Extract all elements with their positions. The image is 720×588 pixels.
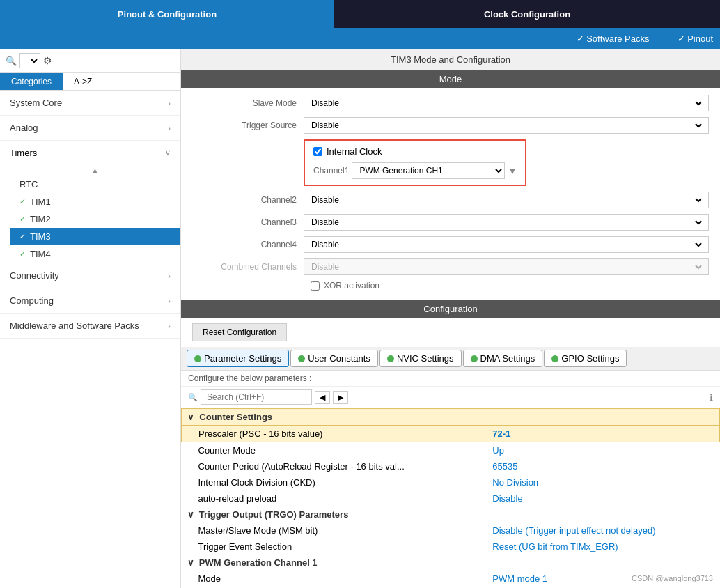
tab-parameter-settings[interactable]: Parameter Settings: [187, 350, 289, 367]
channel3-select[interactable]: Disable: [304, 214, 709, 231]
tim4-label: TIM4: [30, 249, 51, 259]
param-label: Trigger Event Selection: [182, 539, 486, 555]
param-search-icon: 🔍: [188, 393, 198, 402]
tab-dot: [471, 355, 478, 362]
group-label: PWM Generation Channel 1: [199, 557, 318, 568]
software-packs-btn[interactable]: ✓ Software Packs: [577, 33, 650, 44]
collapse-button[interactable]: ▲: [10, 165, 180, 176]
table-row[interactable]: Prescaler (PSC - 16 bits value) 72-1: [182, 426, 720, 442]
channel1-select[interactable]: PWM Generation CH1: [352, 162, 505, 179]
mode-section-header: Mode: [181, 70, 720, 88]
check-icon: ✓: [19, 197, 26, 206]
tab-dma-settings[interactable]: DMA Settings: [463, 350, 543, 367]
search-icon: 🔍: [6, 56, 17, 66]
param-label: auto-reload preload: [182, 490, 486, 506]
sidebar-item-rtc[interactable]: RTC: [10, 176, 180, 193]
param-value[interactable]: 65535: [485, 458, 719, 474]
internal-clock-label: Internal Clock: [327, 146, 382, 157]
table-row: ∨ Counter Settings: [182, 409, 720, 426]
param-value[interactable]: 72-1: [485, 426, 719, 442]
next-result-button[interactable]: ▶: [333, 391, 348, 404]
tim1-label: TIM1: [30, 196, 51, 207]
reset-config-button[interactable]: Reset Configuration: [192, 323, 287, 341]
info-icon[interactable]: ℹ: [710, 392, 713, 403]
sidebar: 🔍 ⚙ Categories A->Z System Core › Analog…: [0, 49, 181, 588]
group-label: Trigger Output (TRGO) Parameters: [199, 509, 349, 520]
mode-section: Slave Mode Disable Trigger Source Disabl…: [181, 88, 720, 300]
param-search-bar: 🔍 ◀ ▶: [188, 389, 348, 405]
tab-user-constants[interactable]: User Constants: [290, 350, 378, 367]
channel3-dropdown[interactable]: Disable: [308, 217, 704, 228]
sidebar-item-tim3[interactable]: ✓ TIM3: [10, 228, 180, 245]
trigger-source-dropdown[interactable]: Disable: [308, 120, 704, 131]
tab-gpio-settings[interactable]: GPIO Settings: [544, 350, 627, 367]
xor-checkbox[interactable]: [311, 281, 320, 291]
sidebar-item-label: Computing: [10, 295, 54, 306]
internal-clock-checkbox[interactable]: [313, 147, 322, 156]
sidebar-item-timers[interactable]: Timers ∨: [0, 141, 180, 165]
sidebar-item-middleware[interactable]: Middleware and Software Packs ›: [0, 314, 180, 338]
tab-atoz[interactable]: A->Z: [63, 73, 103, 90]
channel4-label: Channel4: [192, 240, 304, 249]
param-value[interactable]: Disable (Trigger input effect not delaye…: [485, 523, 719, 539]
channel2-select[interactable]: Disable: [304, 192, 709, 208]
param-label: Counter Period (AutoReload Register - 16…: [182, 458, 486, 474]
table-row[interactable]: Counter Period (AutoReload Register - 16…: [182, 458, 720, 474]
channel2-dropdown[interactable]: Disable: [308, 194, 704, 206]
pinout-btn[interactable]: ✓ Pinout: [678, 33, 713, 44]
tab-nvic-settings[interactable]: NVIC Settings: [379, 350, 462, 367]
channel1-label: Channel1: [313, 166, 349, 176]
chevron-right-icon: ›: [168, 297, 171, 305]
sidebar-item-tim2[interactable]: ✓ TIM2: [10, 210, 180, 228]
param-table-scroll[interactable]: ∨ Counter Settings Prescaler (PSC - 16 b…: [181, 408, 720, 588]
param-search-input[interactable]: [201, 389, 312, 405]
search-dropdown[interactable]: [19, 53, 40, 68]
sidebar-item-tim4[interactable]: ✓ TIM4: [10, 245, 180, 263]
trigger-source-select[interactable]: Disable: [304, 117, 709, 134]
table-row: ∨ Trigger Output (TRGO) Parameters: [182, 506, 720, 523]
sidebar-item-label: Connectivity: [10, 270, 59, 281]
param-value[interactable]: Disable: [485, 490, 719, 506]
channel3-row: Channel3 Disable: [192, 214, 709, 231]
param-value[interactable]: No Division: [485, 474, 719, 490]
table-row[interactable]: Master/Slave Mode (MSM bit) Disable (Tri…: [182, 523, 720, 539]
gear-icon[interactable]: ⚙: [43, 55, 52, 66]
tab-dot: [387, 355, 394, 362]
sidebar-item-connectivity[interactable]: Connectivity ›: [0, 263, 180, 288]
param-tabs-bar: Parameter Settings User Constants NVIC S…: [181, 347, 720, 371]
combined-channels-select[interactable]: Disable: [304, 258, 709, 275]
sidebar-item-system-core[interactable]: System Core ›: [0, 91, 180, 115]
slave-mode-select[interactable]: Disable: [304, 95, 709, 111]
param-info-bar: 🔍 ◀ ▶ ℹ: [181, 387, 720, 408]
combined-channels-dropdown[interactable]: Disable: [308, 261, 704, 272]
group-label: Counter Settings: [199, 412, 272, 422]
param-value[interactable]: Up: [485, 442, 719, 459]
param-label: Prescaler (PSC - 16 bits value): [182, 426, 486, 442]
channel4-select[interactable]: Disable: [304, 236, 709, 253]
tab-dot: [298, 355, 305, 362]
slave-mode-row: Slave Mode Disable: [192, 95, 709, 111]
table-row[interactable]: auto-reload preload Disable: [182, 490, 720, 506]
chevron-right-icon: ›: [168, 272, 171, 280]
configure-below-text: Configure the below parameters :: [181, 371, 720, 387]
tab-dot: [551, 355, 558, 362]
channel1-row: Channel1 PWM Generation CH1 ▼: [313, 162, 517, 179]
prev-result-button[interactable]: ◀: [315, 391, 330, 404]
sidebar-item-label: Middleware and Software Packs: [10, 320, 139, 331]
sidebar-item-computing[interactable]: Computing ›: [0, 288, 180, 313]
table-row[interactable]: Internal Clock Division (CKD) No Divisio…: [182, 474, 720, 490]
table-row[interactable]: Counter Mode Up: [182, 442, 720, 459]
sidebar-item-label: System Core: [10, 98, 62, 108]
chevron-right-icon: ›: [168, 124, 171, 132]
table-row[interactable]: Trigger Event Selection Reset (UG bit fr…: [182, 539, 720, 555]
sidebar-item-tim1[interactable]: ✓ TIM1: [10, 193, 180, 210]
sidebar-item-analog[interactable]: Analog ›: [0, 116, 180, 140]
channel4-dropdown[interactable]: Disable: [308, 239, 704, 250]
tab-categories[interactable]: Categories: [0, 73, 63, 90]
param-value[interactable]: Reset (UG bit from TIMx_EGR): [485, 539, 719, 555]
channel2-label: Channel2: [192, 195, 304, 205]
trigger-source-row: Trigger Source Disable: [192, 117, 709, 134]
rtc-label: RTC: [19, 179, 38, 189]
group-arrow: ∨: [187, 509, 194, 520]
slave-mode-dropdown[interactable]: Disable: [308, 98, 704, 109]
